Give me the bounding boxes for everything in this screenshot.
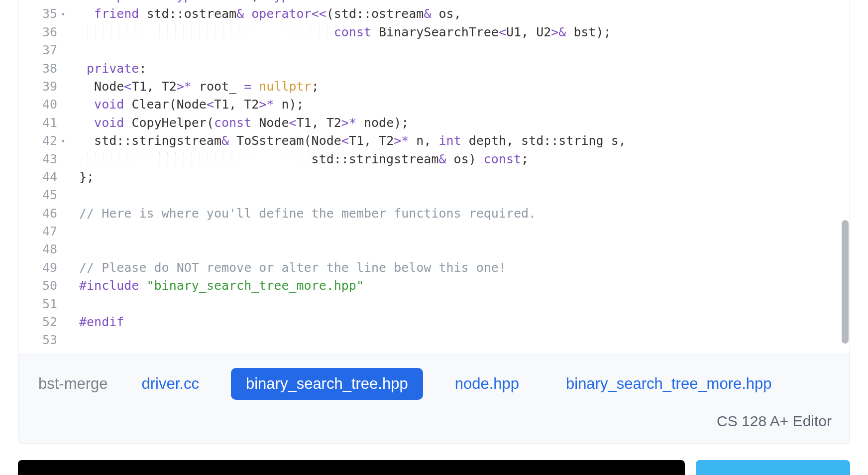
- code-line[interactable]: void Clear(Node<T1, T2>* n);: [67, 96, 850, 114]
- tab-driver-cc[interactable]: driver.cc: [127, 368, 214, 400]
- tab-binary-search-tree-more-hpp[interactable]: binary_search_tree_more.hpp: [551, 368, 787, 400]
- code-line[interactable]: std::stringstream& os) const;: [67, 150, 850, 168]
- tab-binary-search-tree-hpp[interactable]: binary_search_tree.hpp: [231, 368, 423, 400]
- line-number: 39: [18, 78, 67, 96]
- editor-title: CS 128 A+ Editor: [18, 413, 850, 444]
- line-number: 42: [18, 132, 67, 150]
- code-line[interactable]: template <typename U1, typename U2>: [67, 0, 850, 5]
- line-number: 46: [18, 205, 67, 223]
- line-number: 45: [18, 186, 67, 204]
- line-number: 49: [18, 259, 67, 277]
- line-number: 43: [18, 150, 67, 168]
- code-area[interactable]: 3435363738394041424344454647484950515253…: [18, 0, 850, 355]
- line-number: 48: [18, 240, 67, 258]
- code-line[interactable]: [67, 240, 850, 258]
- line-number: 52: [18, 313, 67, 331]
- code-line[interactable]: const BinarySearchTree<U1, U2>& bst);: [67, 23, 850, 41]
- code-line[interactable]: std::stringstream& ToSstream(Node<T1, T2…: [67, 132, 850, 150]
- code-line[interactable]: [67, 295, 850, 313]
- code-line[interactable]: // Please do NOT remove or alter the lin…: [67, 259, 850, 277]
- line-number: 35: [18, 5, 67, 23]
- line-number: 36: [18, 23, 67, 41]
- code-line[interactable]: [67, 223, 850, 240]
- line-number: 41: [18, 114, 67, 132]
- bottom-action-bar: [18, 460, 850, 475]
- code-line[interactable]: [67, 331, 850, 349]
- line-number-gutter: 3435363738394041424344454647484950515253: [18, 0, 67, 355]
- line-number: 37: [18, 41, 67, 59]
- project-label: bst-merge: [36, 368, 110, 400]
- line-number: 51: [18, 295, 67, 313]
- code-line[interactable]: #endif: [67, 313, 850, 331]
- code-line[interactable]: // Here is where you'll define the membe…: [67, 205, 850, 223]
- code-line[interactable]: };: [67, 168, 850, 186]
- code-line[interactable]: friend std::ostream& operator<<(std::ost…: [67, 5, 850, 23]
- line-number: 34: [18, 0, 67, 5]
- line-number: 40: [18, 96, 67, 114]
- line-number: 38: [18, 60, 67, 78]
- run-button[interactable]: [18, 460, 685, 475]
- line-number: 44: [18, 168, 67, 186]
- code-line[interactable]: [67, 41, 850, 59]
- file-tab-bar: bst-merge driver.cc binary_search_tree.h…: [18, 355, 850, 413]
- code-line[interactable]: void CopyHelper(const Node<T1, T2>* node…: [67, 114, 850, 132]
- editor-frame: 3435363738394041424344454647484950515253…: [18, 0, 850, 444]
- line-number: 47: [18, 223, 67, 240]
- tab-node-hpp[interactable]: node.hpp: [440, 368, 534, 400]
- scrollbar-thumb[interactable]: [842, 220, 849, 344]
- code-line[interactable]: private:: [67, 60, 850, 78]
- line-number: 50: [18, 277, 67, 295]
- code-text[interactable]: template <typename U1, typename U2> frie…: [67, 0, 850, 355]
- code-line[interactable]: Node<T1, T2>* root_ = nullptr;: [67, 78, 850, 96]
- line-number: 53: [18, 331, 67, 349]
- code-line[interactable]: [67, 186, 850, 204]
- submit-button[interactable]: [696, 460, 850, 475]
- code-line[interactable]: #include "binary_search_tree_more.hpp": [67, 277, 850, 295]
